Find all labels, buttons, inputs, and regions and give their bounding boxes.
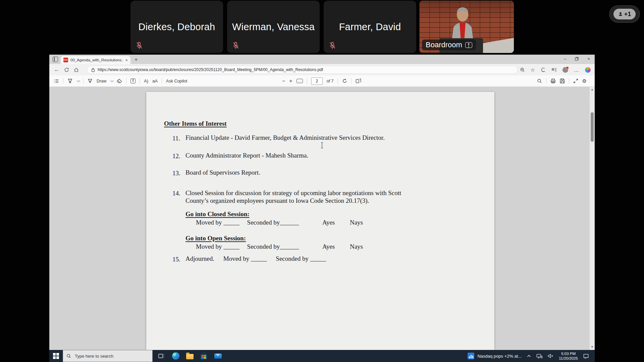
back-icon[interactable]: ←: [54, 67, 59, 72]
draw-label[interactable]: Draw: [97, 79, 106, 83]
zoom-page-icon[interactable]: [520, 67, 525, 72]
doc-item-text: Closed Session for discussion for strate…: [185, 189, 420, 204]
overflow-count: +1: [624, 11, 631, 18]
closed-session-heading: Go into Closed Session:: [185, 210, 250, 218]
screen-share-icon: ↑: [465, 42, 472, 48]
tab-actions-icon[interactable]: [53, 57, 58, 62]
news-widget[interactable]: Nasdaq pops +2% at...: [468, 353, 522, 359]
search-document-icon[interactable]: [537, 78, 542, 83]
home-icon[interactable]: [74, 67, 79, 72]
eraser-icon[interactable]: [117, 79, 122, 83]
meeting-window: Dierkes, Deborah Wierman, Vanessa Farmer…: [0, 0, 644, 362]
doc-item-text: Board of Supervisors Report.: [185, 169, 260, 176]
fullscreen-icon[interactable]: [573, 78, 578, 83]
copilot-icon[interactable]: [585, 67, 591, 73]
page-count-label: of 7: [327, 79, 334, 83]
participant-tile[interactable]: Dierkes, Deborah: [130, 1, 223, 53]
scroll-up-icon[interactable]: ▲: [590, 88, 595, 91]
mic-muted-icon: [135, 41, 144, 50]
taskbar-search-input[interactable]: [74, 353, 141, 359]
translate-icon[interactable]: aA: [152, 79, 158, 83]
minimize-button[interactable]: –: [564, 57, 566, 61]
new-tab-button[interactable]: +: [135, 57, 138, 62]
boardroom-label-text: Boardroom: [426, 41, 462, 49]
mail-icon[interactable]: [214, 352, 222, 360]
pdf-viewer: Other Items of Interest 11. Financial Up…: [49, 87, 595, 350]
person-icon: [618, 12, 623, 16]
favorites-bar-icon[interactable]: [551, 67, 557, 72]
highlight-icon[interactable]: [67, 78, 73, 84]
ask-copilot-button[interactable]: Ask Copilot: [166, 79, 187, 83]
highlight-dropdown-icon[interactable]: [77, 79, 80, 82]
doc-item-text: Adjourned. Moved by _____ Seconded by __…: [185, 255, 326, 262]
tab-title: 00_Agenda_with_Resolutions.pdf: [70, 58, 123, 62]
boardroom-label: Boardroom ↑: [422, 40, 476, 50]
participant-tile[interactable]: Farmer, David: [324, 1, 416, 53]
read-aloud-icon[interactable]: A): [144, 79, 148, 83]
favorite-star-icon[interactable]: ☆: [531, 67, 535, 72]
zoom-out-icon[interactable]: −: [282, 78, 285, 84]
zoom-in-icon[interactable]: +: [289, 78, 292, 84]
microsoft-store-icon[interactable]: [200, 352, 208, 360]
file-explorer-icon[interactable]: [185, 352, 194, 360]
pdf-scrollbar[interactable]: ▲ ▼: [590, 87, 595, 350]
browser-menu-icon[interactable]: …: [574, 67, 579, 72]
doc-item-number: 13.: [172, 170, 180, 177]
open-session-heading: Go into Open Session:: [185, 235, 246, 242]
scrollbar-thumb[interactable]: [591, 112, 594, 142]
start-button[interactable]: [49, 350, 63, 362]
network-icon[interactable]: [536, 354, 542, 359]
draw-dropdown-icon[interactable]: [110, 79, 114, 82]
edge-taskbar-icon[interactable]: [171, 352, 180, 360]
browser-navbar: ← https://www.scottcountyiowa.us/board/p…: [49, 64, 595, 75]
taskbar-search-box[interactable]: [63, 350, 153, 362]
draw-pen-icon[interactable]: [88, 78, 93, 83]
table-of-contents-icon[interactable]: [54, 79, 59, 83]
participant-overflow-badge[interactable]: +1: [609, 5, 640, 23]
browser-tab[interactable]: PDF 00_Agenda_with_Resolutions.pdf ×: [61, 56, 130, 64]
participant-name: Dierkes, Deborah: [139, 21, 215, 33]
overflow-badge-inner: +1: [613, 9, 636, 19]
shared-screen: PDF 00_Agenda_with_Resolutions.pdf × + –…: [49, 55, 595, 362]
print-icon[interactable]: [550, 78, 556, 83]
lock-icon: [91, 68, 95, 72]
hidden-icons-chevron[interactable]: [527, 355, 531, 357]
participant-name: Wierman, Vanessa: [232, 21, 315, 33]
close-button[interactable]: ×: [587, 57, 590, 61]
doc-item-text: Financial Update - David Farmer, Budget …: [185, 134, 385, 141]
boardroom-video-tile[interactable]: Boardroom ↑: [419, 1, 514, 53]
browser-essentials-icon[interactable]: [541, 67, 546, 72]
pdf-settings-gear-icon[interactable]: ⚙: [582, 78, 587, 83]
doc-item-number: 14.: [172, 190, 180, 197]
save-icon[interactable]: [560, 78, 565, 83]
clock-time: 5:03 PM: [559, 351, 578, 356]
doc-item-number: 12.: [172, 153, 180, 160]
fit-to-width-icon[interactable]: ··: [297, 79, 303, 83]
doc-item-number: 15.: [172, 256, 180, 263]
pdf-favicon: PDF: [63, 58, 68, 62]
clock-date: 11/20/2025: [559, 356, 578, 361]
mic-muted-icon: [328, 41, 337, 50]
pdf-toolbar: Draw T A) aA Ask Copilot − + ·· of 7: [49, 75, 595, 87]
participant-name: Farmer, David: [339, 21, 401, 33]
add-text-icon[interactable]: T: [130, 78, 136, 83]
profile-avatar[interactable]: [562, 67, 568, 73]
action-center-icon[interactable]: [583, 354, 589, 359]
mic-muted-icon: [231, 41, 240, 50]
address-bar[interactable]: https://www.scottcountyiowa.us/board/pub…: [87, 66, 518, 74]
refresh-icon[interactable]: [64, 67, 69, 72]
windows-taskbar: Nasdaq pops +2% at... 5:03 PM: [49, 350, 595, 362]
browser-tabstrip: PDF 00_Agenda_with_Resolutions.pdf × + –…: [49, 55, 595, 64]
page-number-input[interactable]: [311, 77, 323, 85]
taskbar-clock[interactable]: 5:03 PM 11/20/2025: [559, 351, 578, 361]
volume-muted-icon[interactable]: [548, 354, 553, 358]
tab-close-icon[interactable]: ×: [125, 58, 128, 62]
restore-button[interactable]: [575, 57, 579, 61]
task-view-icon[interactable]: [157, 352, 166, 360]
scroll-down-icon[interactable]: ▼: [590, 346, 595, 349]
rotate-icon[interactable]: [342, 78, 347, 83]
page-view-icon[interactable]: [356, 78, 361, 83]
doc-item-number: 11.: [172, 135, 180, 142]
participant-tile[interactable]: Wierman, Vanessa: [227, 1, 320, 53]
news-ticker-text: Nasdaq pops +2% at...: [477, 354, 522, 359]
